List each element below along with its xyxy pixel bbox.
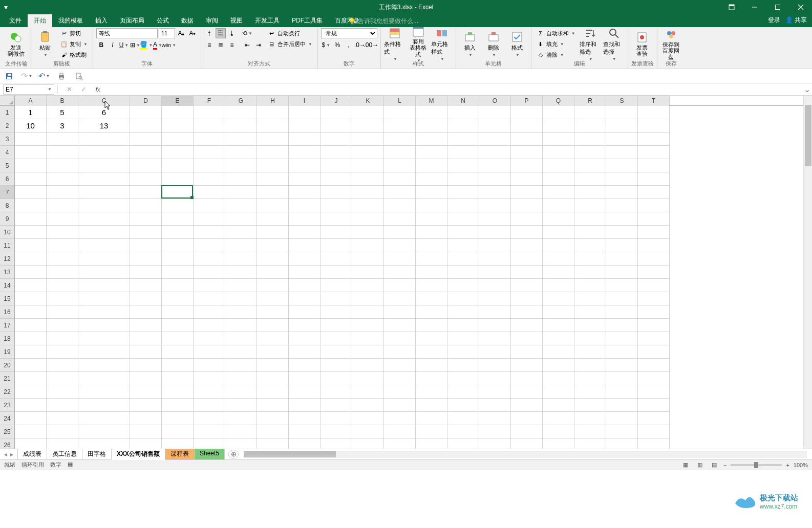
- cell[interactable]: [15, 199, 47, 212]
- cell[interactable]: [479, 239, 511, 252]
- cell[interactable]: [225, 146, 257, 159]
- cell[interactable]: [130, 212, 162, 226]
- cell[interactable]: [47, 133, 78, 146]
- save-button[interactable]: [4, 71, 14, 81]
- cell[interactable]: [162, 425, 194, 438]
- cell[interactable]: [606, 399, 638, 412]
- align-top-button[interactable]: ⭱: [204, 28, 215, 38]
- cell[interactable]: [320, 305, 352, 319]
- cell[interactable]: [447, 372, 479, 385]
- invoice-check-button[interactable]: 发票 查验: [631, 28, 653, 60]
- cell[interactable]: [47, 359, 78, 372]
- cell[interactable]: [479, 172, 511, 186]
- cell[interactable]: [606, 372, 638, 385]
- cell[interactable]: [606, 332, 638, 345]
- cell[interactable]: [384, 279, 416, 292]
- cell[interactable]: [511, 199, 543, 212]
- cell[interactable]: [225, 252, 257, 266]
- cell[interactable]: [416, 412, 447, 425]
- cell[interactable]: [606, 186, 638, 199]
- cell[interactable]: [384, 239, 416, 252]
- insert-cells-button[interactable]: 插入▼: [459, 28, 481, 60]
- cell[interactable]: [162, 106, 194, 119]
- cell[interactable]: [289, 372, 320, 385]
- column-header[interactable]: J: [320, 96, 352, 106]
- cell[interactable]: [130, 146, 162, 159]
- tab-nav-last[interactable]: ▸: [10, 451, 13, 458]
- cell[interactable]: [130, 239, 162, 252]
- cell[interactable]: [289, 345, 320, 359]
- cell[interactable]: [162, 399, 194, 412]
- cell[interactable]: [320, 239, 352, 252]
- cell[interactable]: [15, 399, 47, 412]
- cell[interactable]: [416, 345, 447, 359]
- cell[interactable]: [416, 292, 447, 305]
- cell[interactable]: [384, 345, 416, 359]
- cell[interactable]: [511, 359, 543, 372]
- cell[interactable]: [225, 226, 257, 239]
- expand-formula-bar[interactable]: ⌄: [802, 84, 812, 94]
- ribbon-display-options[interactable]: [720, 0, 743, 14]
- cell[interactable]: [479, 279, 511, 292]
- close-button[interactable]: [789, 0, 812, 14]
- cell[interactable]: [543, 186, 574, 199]
- cell[interactable]: [352, 146, 384, 159]
- cell[interactable]: [130, 412, 162, 425]
- cell[interactable]: [289, 266, 320, 279]
- cell[interactable]: [15, 159, 47, 172]
- row-header[interactable]: 12: [0, 252, 15, 266]
- cell[interactable]: [574, 172, 606, 186]
- cell[interactable]: [543, 438, 574, 449]
- cell[interactable]: [447, 332, 479, 345]
- cell[interactable]: [479, 186, 511, 199]
- cell[interactable]: [574, 279, 606, 292]
- cell[interactable]: [606, 199, 638, 212]
- cell[interactable]: [130, 319, 162, 332]
- cell[interactable]: [257, 305, 289, 319]
- cell[interactable]: [15, 332, 47, 345]
- row-header[interactable]: 2: [0, 119, 15, 133]
- cell[interactable]: [194, 292, 225, 305]
- cell[interactable]: [384, 172, 416, 186]
- cell[interactable]: [543, 239, 574, 252]
- cell[interactable]: [78, 279, 130, 292]
- sheet-tab[interactable]: 成绩表: [17, 449, 47, 460]
- cell[interactable]: [574, 133, 606, 146]
- cell[interactable]: [574, 305, 606, 319]
- cell[interactable]: [384, 438, 416, 449]
- cell[interactable]: [638, 106, 670, 119]
- cell[interactable]: [78, 359, 130, 372]
- cell[interactable]: [15, 239, 47, 252]
- row-header[interactable]: 21: [0, 372, 15, 385]
- cell[interactable]: [225, 212, 257, 226]
- column-header[interactable]: N: [447, 96, 479, 106]
- cell[interactable]: [15, 345, 47, 359]
- cell[interactable]: [447, 292, 479, 305]
- select-all-cells[interactable]: [0, 96, 15, 106]
- cell[interactable]: [47, 345, 78, 359]
- cell[interactable]: [606, 425, 638, 438]
- cell[interactable]: [320, 319, 352, 332]
- cell[interactable]: [320, 332, 352, 345]
- cell[interactable]: [130, 332, 162, 345]
- tab-templates[interactable]: 我的模板: [52, 14, 89, 27]
- cell[interactable]: [47, 186, 78, 199]
- cell[interactable]: [511, 438, 543, 449]
- cell[interactable]: [194, 159, 225, 172]
- cell[interactable]: [543, 359, 574, 372]
- cell[interactable]: [194, 279, 225, 292]
- cell[interactable]: [47, 292, 78, 305]
- cell[interactable]: [352, 399, 384, 412]
- cell[interactable]: [289, 438, 320, 449]
- cell[interactable]: [130, 252, 162, 266]
- zoom-out-button[interactable]: −: [723, 462, 726, 468]
- cell[interactable]: [574, 212, 606, 226]
- zoom-level[interactable]: 100%: [794, 462, 808, 468]
- cell[interactable]: [257, 133, 289, 146]
- cell[interactable]: [543, 372, 574, 385]
- cell[interactable]: [574, 226, 606, 239]
- column-header[interactable]: D: [130, 96, 162, 106]
- format-painter-button[interactable]: 🖌格式刷: [58, 50, 90, 60]
- row-header[interactable]: 5: [0, 159, 15, 172]
- cell[interactable]: [638, 119, 670, 133]
